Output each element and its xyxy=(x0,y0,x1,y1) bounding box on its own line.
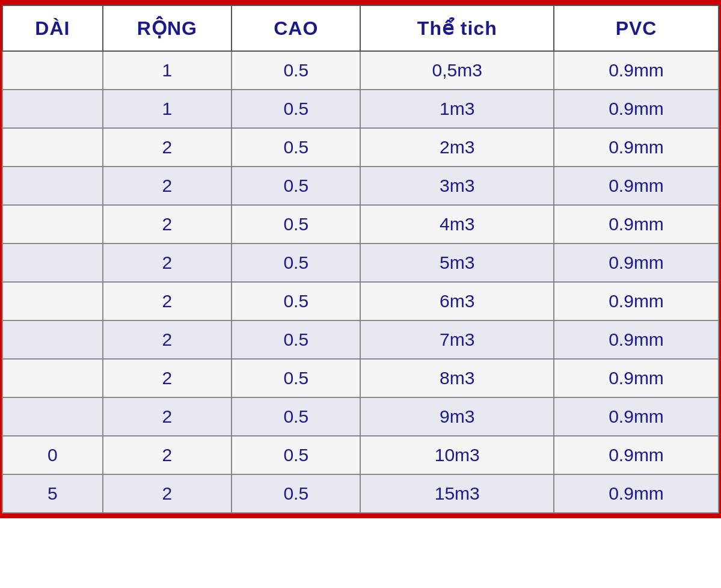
table-row: 20.54m30.9mm xyxy=(2,205,719,243)
table-row: 10.50,5m30.9mm xyxy=(2,51,719,90)
cell-thetich: 4m3 xyxy=(360,205,554,243)
cell-rong: 1 xyxy=(103,90,232,128)
cell-thetich: 1m3 xyxy=(360,90,554,128)
cell-cao: 0.5 xyxy=(232,436,360,474)
cell-rong: 2 xyxy=(103,205,232,243)
cell-pvc: 0.9mm xyxy=(554,90,719,128)
cell-dai xyxy=(2,397,103,436)
cell-pvc: 0.9mm xyxy=(554,474,719,513)
cell-dai xyxy=(2,205,103,243)
cell-thetich: 3m3 xyxy=(360,167,554,205)
cell-cao: 0.5 xyxy=(232,320,360,359)
cell-cao: 0.5 xyxy=(232,128,360,167)
cell-cao: 0.5 xyxy=(232,90,360,128)
table-header-row: DÀI RỘNG CAO Thể tich PVC xyxy=(2,5,719,51)
table-row: 20.59m30.9mm xyxy=(2,397,719,436)
table-row: 20.57m30.9mm xyxy=(2,320,719,359)
table-row: 20.52m30.9mm xyxy=(2,128,719,167)
cell-thetich: 0,5m3 xyxy=(360,51,554,90)
cell-dai xyxy=(2,51,103,90)
cell-dai xyxy=(2,359,103,397)
cell-cao: 0.5 xyxy=(232,51,360,90)
cell-dai xyxy=(2,128,103,167)
header-dai: DÀI xyxy=(2,5,103,51)
cell-thetich: 6m3 xyxy=(360,282,554,320)
cell-thetich: 7m3 xyxy=(360,320,554,359)
cell-thetich: 5m3 xyxy=(360,243,554,282)
cell-cao: 0.5 xyxy=(232,167,360,205)
cell-pvc: 0.9mm xyxy=(554,205,719,243)
cell-dai xyxy=(2,243,103,282)
cell-rong: 2 xyxy=(103,320,232,359)
cell-rong: 1 xyxy=(103,51,232,90)
header-rong: RỘNG xyxy=(103,5,232,51)
cell-thetich: 8m3 xyxy=(360,359,554,397)
cell-cao: 0.5 xyxy=(232,205,360,243)
cell-pvc: 0.9mm xyxy=(554,282,719,320)
table-row: 020.510m30.9mm xyxy=(2,436,719,474)
cell-pvc: 0.9mm xyxy=(554,359,719,397)
cell-cao: 0.5 xyxy=(232,243,360,282)
cell-rong: 2 xyxy=(103,128,232,167)
cell-pvc: 0.9mm xyxy=(554,167,719,205)
cell-thetich: 9m3 xyxy=(360,397,554,436)
cell-cao: 0.5 xyxy=(232,474,360,513)
header-cao: CAO xyxy=(232,5,360,51)
header-thetich: Thể tich xyxy=(360,5,554,51)
table-row: 20.55m30.9mm xyxy=(2,243,719,282)
table-row: 20.56m30.9mm xyxy=(2,282,719,320)
cell-cao: 0.5 xyxy=(232,282,360,320)
cell-dai: 0 xyxy=(2,436,103,474)
cell-dai xyxy=(2,167,103,205)
cell-dai xyxy=(2,320,103,359)
cell-pvc: 0.9mm xyxy=(554,243,719,282)
bottom-border xyxy=(0,515,721,518)
cell-rong: 2 xyxy=(103,243,232,282)
table-row: 520.515m30.9mm xyxy=(2,474,719,513)
header-pvc: PVC xyxy=(554,5,719,51)
cell-rong: 2 xyxy=(103,397,232,436)
cell-thetich: 2m3 xyxy=(360,128,554,167)
cell-rong: 2 xyxy=(103,167,232,205)
cell-rong: 2 xyxy=(103,282,232,320)
cell-dai xyxy=(2,282,103,320)
cell-pvc: 0.9mm xyxy=(554,128,719,167)
table-row: 20.53m30.9mm xyxy=(2,167,719,205)
cell-pvc: 0.9mm xyxy=(554,51,719,90)
cell-rong: 2 xyxy=(103,474,232,513)
cell-rong: 2 xyxy=(103,436,232,474)
cell-dai xyxy=(2,90,103,128)
cell-cao: 0.5 xyxy=(232,397,360,436)
cell-cao: 0.5 xyxy=(232,359,360,397)
main-table: DÀI RỘNG CAO Thể tich PVC 10.50,5m30.9mm… xyxy=(2,5,719,513)
cell-pvc: 0.9mm xyxy=(554,320,719,359)
table-row: 20.58m30.9mm xyxy=(2,359,719,397)
cell-dai: 5 xyxy=(2,474,103,513)
cell-pvc: 0.9mm xyxy=(554,397,719,436)
cell-thetich: 10m3 xyxy=(360,436,554,474)
cell-thetich: 15m3 xyxy=(360,474,554,513)
cell-rong: 2 xyxy=(103,359,232,397)
cell-pvc: 0.9mm xyxy=(554,436,719,474)
table-row: 10.51m30.9mm xyxy=(2,90,719,128)
